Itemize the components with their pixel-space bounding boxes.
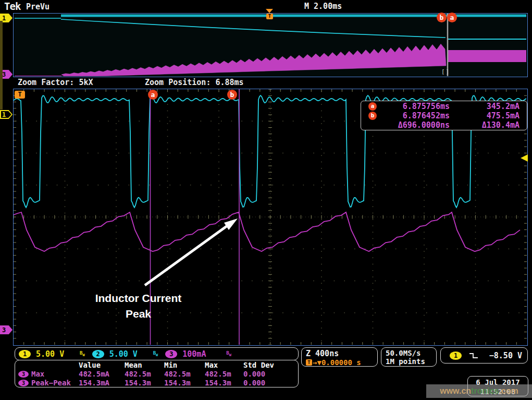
cursor-delta-row: Δ696.0000ns Δ130.4mA [361,120,527,130]
cursor-delta-time: Δ696.0000ns [382,120,450,130]
acquisition-readout-box[interactable]: 50.0MS/s 1M points [381,347,437,367]
ch1-badge[interactable]: 1 [19,350,31,358]
horizontal-readout-box[interactable]: Z 400ns T → ▼ 0.00000 s [301,347,378,367]
overview-waveform-window [13,13,528,77]
ch2-bandwidth-icon: BW [153,350,158,357]
meas-stddev: 0.000 [243,370,298,379]
meas-ch3-badge: 3 [18,380,29,386]
cursor-a-marker-overview[interactable]: a [447,13,457,22]
trigger-t-icon-small: T [306,359,312,366]
measurement-table[interactable]: Value Mean Min Max Std Dev 3Max 482.5mA … [15,360,299,387]
meas-value: 482.5mA [79,370,125,379]
meas-ch3-badge: 3 [18,371,29,378]
measurement-header-row: Value Mean Min Max Std Dev [15,361,298,370]
trigger-t-icon-zoom: T [15,91,25,99]
watermark-band: www.cntronics.com [426,384,532,398]
cursor-a-badge-icon: a [368,102,377,111]
watermark-text: www.cn [440,386,471,396]
cursor-b-value: 475.5mA [450,111,527,120]
meas-stddev: 0.000 [243,379,298,387]
meas-min: 482.5m [164,370,205,379]
measurement-row-max[interactable]: 3Max 482.5mA 482.5m 482.5m 482.5m 0.000 [15,370,298,379]
arrow-right-icon: → [313,358,317,367]
ch3-position-marker-zoom[interactable]: 3 [0,325,13,334]
zoom-position-label: Zoom Position: 6.88ms [145,78,244,87]
ch1-scale: 5.00 V [36,349,70,359]
meas-mean: 154.3m [125,379,164,387]
watermark-text: .com [499,386,518,396]
ch1-position-marker-zoom[interactable]: 1 [0,110,13,119]
ch2-badge[interactable]: 2 [92,350,104,358]
marker-down-icon: ▼ [317,358,321,367]
trigger-level-arrow-icon[interactable] [521,154,528,162]
trigger-position-t-icon[interactable]: T [266,14,273,19]
zoom-factor-label: Zoom Factor: 5kX [18,78,93,87]
col-mean: Mean [125,361,164,370]
meas-name: Max [31,370,44,379]
cursor-b-marker-overview[interactable]: b [437,13,447,22]
trigger-delay-value: 0.00000 s [321,358,361,367]
trigger-delay-row: T → ▼ 0.00000 s [306,358,377,367]
meas-max: 154.3m [205,379,243,387]
falling-edge-icon [469,352,478,359]
ch3-scale: 100mA [182,349,219,359]
cursor-b-row: b 6.876452ms 475.5mA [361,111,527,120]
trigger-source-badge: 1 [450,351,462,360]
cursor-a-time: 6.875756ms [382,102,450,111]
cursor-b-badge-icon: b [368,112,377,120]
zoom-region-bracket-icon: [] [441,68,450,75]
trigger-readout-box[interactable]: 1 −8.50 V [440,347,528,363]
overview-waveform-plot [14,14,527,76]
cursor-readout-box: a 6.875756ms 345.2mA b 6.876452ms 475.5m… [361,101,527,130]
oscilloscope-screen: { "topbar": { "logo": "Tek", "mode": "Pr… [0,0,532,400]
inductor-current-peak-annotation: Inductor Current Peak [82,290,194,322]
measurement-row-peak-peak[interactable]: 3Peak−Peak 154.3mA 154.3m 154.3m 154.3m … [15,379,298,387]
meas-mean: 482.5m [125,370,164,379]
meas-min: 154.3m [164,379,205,387]
acquisition-mode-label: PreVu [26,2,50,11]
cursor-a-value: 345.2mA [450,102,527,111]
trigger-level-value: −8.50 V [489,351,527,360]
col-min: Min [164,361,205,370]
meas-value: 154.3mA [79,379,125,387]
ch3-bandwidth-icon: BW [226,350,231,357]
meas-name: Peak−Peak [31,379,71,387]
ch1-bandwidth-icon: BW [80,350,85,357]
main-timebase-label: M 2.00ms [304,2,342,11]
ch2-scale: 5.00 V [109,349,144,359]
channel-readout-bar[interactable]: 1 5.00 V BW 2 5.00 V BW 3 100mA BW [15,347,299,360]
col-stddev: Std Dev [243,361,298,370]
bezel-strip [0,21,3,110]
col-max: Max [205,361,243,370]
record-length-label: 1M points [386,357,436,366]
cursor-delta-value: Δ130.4mA [450,120,527,130]
trigger-position-icon[interactable] [266,9,273,13]
cursor-a-row: a 6.875756ms 345.2mA [361,102,527,111]
meas-max: 482.5m [205,370,243,379]
tek-logo: Tek [4,1,20,12]
annotation-line2: Peak [82,306,194,322]
ch3-badge[interactable]: 3 [165,350,177,358]
cursor-b-time: 6.876452ms [382,111,450,120]
watermark-text: tronics [471,386,499,396]
cursor-b-marker[interactable]: b [227,90,237,100]
col-value: Value [79,361,125,370]
zoom-timebase-label: Z 400ns [306,349,377,358]
sample-rate-label: 50.0MS/s [386,349,436,357]
cursor-a-marker[interactable]: a [148,90,158,100]
annotation-line1: Inductor Current [82,290,194,306]
